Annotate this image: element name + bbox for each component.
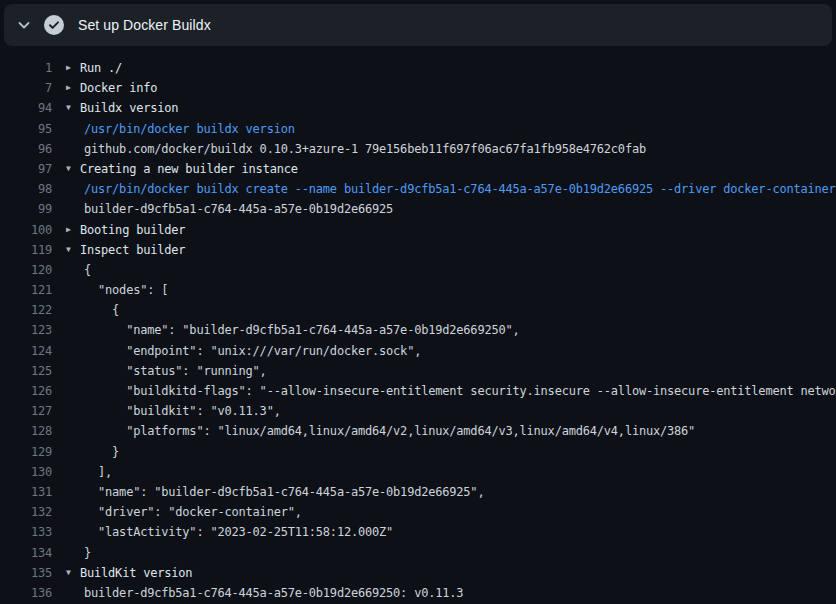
log-group-line[interactable]: 94▼Buildx version: [0, 98, 836, 118]
log-text: "driver": "docker-container",: [84, 502, 302, 522]
line-number[interactable]: 128: [0, 421, 52, 441]
log-text: "buildkitd-flags": "--allow-insecure-ent…: [84, 381, 836, 401]
triangle-right-icon[interactable]: ▶: [66, 220, 80, 240]
log-text: "status": "running",: [84, 361, 267, 381]
log-line: 125 "status": "running",: [0, 361, 836, 381]
log-line: 136builder-d9cfb5a1-c764-445a-a57e-0b19d…: [0, 583, 836, 603]
log-line: 126 "buildkitd-flags": "--allow-insecure…: [0, 381, 836, 401]
line-number[interactable]: 135: [0, 563, 52, 583]
log-text: github.com/docker/buildx 0.10.3+azure-1 …: [84, 139, 646, 159]
log-text: ],: [84, 462, 112, 482]
log-text: /usr/bin/docker buildx version: [84, 119, 295, 139]
log-line: 99builder-d9cfb5a1-c764-445a-a57e-0b19d2…: [0, 199, 836, 219]
line-number[interactable]: 132: [0, 502, 52, 522]
group-title: Run ./: [80, 58, 122, 78]
log-group-line[interactable]: 135▼BuildKit version: [0, 563, 836, 583]
log-text: {: [84, 260, 91, 280]
triangle-down-icon[interactable]: ▼: [66, 240, 80, 260]
log-line: 132 "driver": "docker-container",: [0, 502, 836, 522]
log-text: builder-d9cfb5a1-c764-445a-a57e-0b19d2e6…: [84, 199, 393, 219]
log-line: 133 "lastActivity": "2023-02-25T11:58:12…: [0, 522, 836, 542]
group-title: BuildKit version: [80, 563, 192, 583]
log-line: 121 "nodes": [: [0, 280, 836, 300]
log-text: }: [84, 442, 119, 462]
group-title: Booting builder: [80, 220, 185, 240]
line-number[interactable]: 97: [0, 159, 52, 179]
line-number[interactable]: 1: [0, 58, 52, 78]
triangle-down-icon[interactable]: ▼: [66, 98, 80, 118]
log-text: {: [84, 300, 119, 320]
line-number[interactable]: 121: [0, 280, 52, 300]
line-number[interactable]: 125: [0, 361, 52, 381]
log-line: 128 "platforms": "linux/amd64,linux/amd6…: [0, 421, 836, 441]
log-text: /usr/bin/docker buildx create --name bui…: [84, 179, 836, 199]
log-line: 127 "buildkit": "v0.11.3",: [0, 401, 836, 421]
line-number[interactable]: 127: [0, 401, 52, 421]
group-title: Creating a new builder instance: [80, 159, 298, 179]
log-line: 95/usr/bin/docker buildx version: [0, 119, 836, 139]
line-number[interactable]: 96: [0, 139, 52, 159]
log-line: 129 }: [0, 442, 836, 462]
log-text: builder-d9cfb5a1-c764-445a-a57e-0b19d2e6…: [84, 583, 463, 603]
line-number[interactable]: 133: [0, 522, 52, 542]
line-number[interactable]: 129: [0, 442, 52, 462]
log-text: }: [84, 543, 91, 563]
log-text: "name": "builder-d9cfb5a1-c764-445a-a57e…: [84, 482, 484, 502]
log-line: 98/usr/bin/docker buildx create --name b…: [0, 179, 836, 199]
log-text: "lastActivity": "2023-02-25T11:58:12.000…: [84, 522, 393, 542]
log-line: 96github.com/docker/buildx 0.10.3+azure-…: [0, 139, 836, 159]
line-number[interactable]: 130: [0, 462, 52, 482]
step-header[interactable]: Set up Docker Buildx: [4, 4, 832, 46]
log-lines: 1▶Run ./7▶Docker info94▼Buildx version95…: [0, 46, 836, 603]
triangle-right-icon[interactable]: ▶: [66, 58, 80, 78]
line-number[interactable]: 100: [0, 220, 52, 240]
log-line: 134}: [0, 543, 836, 563]
line-number[interactable]: 124: [0, 341, 52, 361]
log-group-line[interactable]: 119▼Inspect builder: [0, 240, 836, 260]
triangle-down-icon[interactable]: ▼: [66, 563, 80, 583]
log-group-line[interactable]: 97▼Creating a new builder instance: [0, 159, 836, 179]
log-line: 122 {: [0, 300, 836, 320]
line-number[interactable]: 99: [0, 199, 52, 219]
check-circle-icon: [44, 15, 64, 35]
line-number[interactable]: 134: [0, 543, 52, 563]
log-group-line[interactable]: 1▶Run ./: [0, 58, 836, 78]
triangle-right-icon[interactable]: ▶: [66, 78, 80, 98]
log-line: 120{: [0, 260, 836, 280]
group-title: Docker info: [80, 78, 157, 98]
log-group-line[interactable]: 100▶Booting builder: [0, 220, 836, 240]
line-number[interactable]: 7: [0, 78, 52, 98]
log-text: "platforms": "linux/amd64,linux/amd64/v2…: [84, 421, 695, 441]
line-number[interactable]: 119: [0, 240, 52, 260]
line-number[interactable]: 94: [0, 98, 52, 118]
log-line: 131 "name": "builder-d9cfb5a1-c764-445a-…: [0, 482, 836, 502]
triangle-down-icon[interactable]: ▼: [66, 159, 80, 179]
log-text: "name": "builder-d9cfb5a1-c764-445a-a57e…: [84, 320, 520, 340]
log-text: "endpoint": "unix:///var/run/docker.sock…: [84, 341, 421, 361]
log-line: 124 "endpoint": "unix:///var/run/docker.…: [0, 341, 836, 361]
line-number[interactable]: 122: [0, 300, 52, 320]
log-text: "buildkit": "v0.11.3",: [84, 401, 281, 421]
group-title: Buildx version: [80, 98, 178, 118]
group-title: Inspect builder: [80, 240, 185, 260]
line-number[interactable]: 126: [0, 381, 52, 401]
log-text: "nodes": [: [84, 280, 168, 300]
line-number[interactable]: 131: [0, 482, 52, 502]
line-number[interactable]: 98: [0, 179, 52, 199]
chevron-down-icon[interactable]: [16, 17, 32, 33]
step-title: Set up Docker Buildx: [78, 17, 211, 33]
log-group-line[interactable]: 7▶Docker info: [0, 78, 836, 98]
log-line: 130 ],: [0, 462, 836, 482]
line-number[interactable]: 136: [0, 583, 52, 603]
log-line: 123 "name": "builder-d9cfb5a1-c764-445a-…: [0, 320, 836, 340]
line-number[interactable]: 95: [0, 119, 52, 139]
line-number[interactable]: 120: [0, 260, 52, 280]
line-number[interactable]: 123: [0, 320, 52, 340]
